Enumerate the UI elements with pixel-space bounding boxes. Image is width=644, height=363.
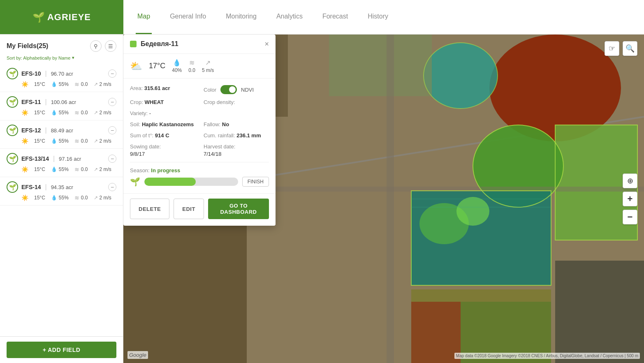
sum-temp-value: Sum of t°: 914 C bbox=[130, 132, 195, 139]
delete-button[interactable]: DELETE bbox=[130, 199, 169, 219]
cum-rainfall-group: Cum. rainfall: 236.1 mm bbox=[204, 132, 269, 139]
humidity-drop-icon: 💧 bbox=[173, 59, 181, 67]
ndvi-toggle[interactable] bbox=[220, 85, 237, 94]
field-wind-speed: ≋ 0.0 bbox=[74, 194, 88, 201]
field-temp: 15°C bbox=[34, 166, 45, 172]
field-temp: 15°C bbox=[34, 110, 45, 116]
field-minus-btn[interactable]: − bbox=[108, 155, 116, 163]
hand-cursor-button[interactable]: ☞ bbox=[605, 41, 619, 56]
list-item[interactable]: 🌱 EFS-11 | 100.06 acr − ☀️ 15°C 💧 55% ≋ bbox=[0, 92, 123, 120]
color-label: Color bbox=[204, 87, 216, 93]
progress-bar-container bbox=[144, 178, 238, 186]
field-wind-speed: ≋ 0.0 bbox=[74, 109, 88, 116]
map-area[interactable]: ☞ 🔍 ⊕ + − Google Map data ©2018 Google I… bbox=[123, 35, 644, 363]
tab-analytics[interactable]: Analytics bbox=[275, 0, 304, 34]
list-item[interactable]: 🌱 EFS-14 | 94.35 acr − ☀️ 15°C 💧 55% ≋ bbox=[0, 177, 123, 206]
fields-list[interactable]: 🌱 EFS-10 | 96.70 acr − ☀️ 15°C 💧 55% ≋ bbox=[0, 64, 123, 336]
sowing-group: Sowing date: 9/8/17 bbox=[130, 143, 195, 157]
season-label: Season: In progress bbox=[130, 167, 269, 173]
google-watermark: Google bbox=[127, 351, 148, 359]
tab-forecast[interactable]: Forecast bbox=[321, 0, 350, 34]
go-to-dashboard-button[interactable]: GO TO DASHBOARD bbox=[208, 199, 269, 219]
list-item[interactable]: 🌱 EFS-13/14 | 97.16 acr − ☀️ 15°C 💧 55% … bbox=[0, 149, 123, 177]
popup-color-indicator bbox=[130, 41, 137, 47]
field-wind-speed: ≋ 0.0 bbox=[74, 138, 88, 144]
popup-title: Бедевля-11 bbox=[141, 40, 260, 48]
sidebar-title: My Fields(25) bbox=[7, 42, 48, 50]
popup-wind: ↗ 5 m/s bbox=[202, 59, 214, 73]
field-seedling-icon: 🌱 bbox=[7, 181, 18, 193]
nav-tabs: Map General Info Monitoring Analytics Fo… bbox=[123, 0, 390, 34]
weather-sun-icon: ☀️ bbox=[21, 194, 28, 201]
field-seedling-icon: 🌱 bbox=[7, 96, 18, 108]
humidity-icon: 💧 bbox=[51, 110, 57, 116]
zoom-in-button[interactable]: + bbox=[623, 192, 637, 206]
sum-temp-group: Sum of t°: 914 C bbox=[130, 132, 195, 139]
field-wind: ↗ 2 m/s bbox=[94, 195, 111, 201]
field-humidity: 💧 55% bbox=[51, 166, 69, 172]
wind-icon: ≋ bbox=[74, 81, 79, 88]
zoom-out-button[interactable]: − bbox=[623, 210, 637, 224]
ndvi-label: NDVI bbox=[241, 87, 254, 93]
field-wind-speed: ≋ 0.0 bbox=[74, 81, 88, 88]
map-credit: Map data ©2018 Google Imagery ©2018 CNES… bbox=[454, 353, 640, 359]
field-name: EFS-12 bbox=[21, 127, 41, 134]
popup-humidity: 💧 40% bbox=[172, 59, 182, 73]
header: 🌱 AGRIEYE Map General Info Monitoring An… bbox=[0, 0, 644, 35]
popup-body: Area: 315.61 acr Color NDVI bbox=[123, 79, 276, 193]
logo-text: AGRIEYE bbox=[47, 12, 91, 23]
tab-map[interactable]: Map bbox=[136, 0, 152, 34]
humidity-icon: 💧 bbox=[51, 166, 57, 172]
weather-sun-icon: ☀️ bbox=[21, 166, 28, 173]
soil-group: Soil: Haplic Kastanozems bbox=[130, 121, 195, 127]
finish-button[interactable]: FINISH bbox=[242, 177, 269, 187]
humidity-icon: 💧 bbox=[51, 195, 57, 201]
field-minus-btn[interactable]: − bbox=[108, 69, 116, 78]
list-item[interactable]: 🌱 EFS-12 | 88.49 acr − ☀️ 15°C 💧 55% ≋ bbox=[0, 120, 123, 149]
weather-sun-icon: ☀️ bbox=[21, 109, 28, 116]
field-name: EFS-11 bbox=[21, 99, 41, 105]
field-area: 96.70 acr bbox=[51, 71, 73, 77]
field-humidity: 💧 55% bbox=[51, 138, 69, 144]
field-wind-speed: ≋ 0.0 bbox=[74, 166, 88, 173]
wind-dir-icon: ↗ bbox=[94, 138, 98, 144]
search-icon[interactable]: ⚲ bbox=[90, 40, 102, 52]
map-controls: ⊕ + − bbox=[623, 173, 637, 224]
edit-button[interactable]: EDIT bbox=[174, 199, 204, 219]
field-minus-btn[interactable]: − bbox=[108, 126, 116, 134]
wind-dir-icon: ↗ bbox=[94, 166, 98, 172]
crop-density-label: Crop density: bbox=[204, 99, 269, 105]
sidebar-icons: ⚲ ☰ bbox=[90, 40, 116, 52]
list-item[interactable]: 🌱 EFS-10 | 96.70 acr − ☀️ 15°C 💧 55% ≋ bbox=[0, 64, 123, 92]
field-area: 88.49 acr bbox=[51, 127, 73, 134]
field-minus-btn[interactable]: − bbox=[108, 98, 116, 106]
field-seedling-icon: 🌱 bbox=[7, 125, 18, 136]
humidity-icon: 💧 bbox=[51, 81, 57, 87]
location-button[interactable]: ⊕ bbox=[623, 173, 637, 188]
variety-group: Variety: - bbox=[130, 110, 195, 116]
wind-icon: ≋ bbox=[74, 138, 79, 144]
popup-weather-icon: ⛅ bbox=[130, 60, 142, 72]
popup-close-button[interactable]: × bbox=[264, 40, 269, 48]
field-wind: ↗ 2 m/s bbox=[94, 81, 111, 87]
popup-weather: ⛅ 17°C 💧 40% ≋ 0.0 ↗ 5 m/s bbox=[123, 54, 276, 79]
cum-rainfall-value: Cum. rainfall: 236.1 mm bbox=[204, 132, 269, 139]
tab-history[interactable]: History bbox=[366, 0, 390, 34]
weather-sun-icon: ☀️ bbox=[21, 138, 28, 144]
season-plant-icon: 🌱 bbox=[130, 177, 140, 187]
tab-monitoring[interactable]: Monitoring bbox=[224, 0, 258, 34]
wind-arrow-icon: ↗ bbox=[205, 59, 211, 67]
main-layout: My Fields(25) ⚲ ☰ Sort by: Alphabeticall… bbox=[0, 35, 644, 363]
crop-value: Crop: WHEAT bbox=[130, 99, 195, 105]
logo-area: 🌱 AGRIEYE bbox=[0, 0, 123, 34]
tab-general-info[interactable]: General Info bbox=[168, 0, 208, 34]
map-search-button[interactable]: 🔍 bbox=[623, 41, 637, 56]
logo-icon: 🌱 bbox=[32, 12, 45, 23]
wind-dir-icon: ↗ bbox=[94, 110, 98, 116]
season-progress-row: 🌱 FINISH bbox=[130, 177, 269, 187]
field-minus-btn[interactable]: − bbox=[108, 183, 116, 191]
filter-icon[interactable]: ☰ bbox=[105, 40, 116, 52]
add-field-button[interactable]: + ADD FIELD bbox=[7, 342, 116, 358]
humidity-icon: 💧 bbox=[51, 138, 57, 144]
field-info-popup: Бедевля-11 × ⛅ 17°C 💧 40% ≋ 0.0 ↗ 5 m/s bbox=[123, 35, 276, 226]
